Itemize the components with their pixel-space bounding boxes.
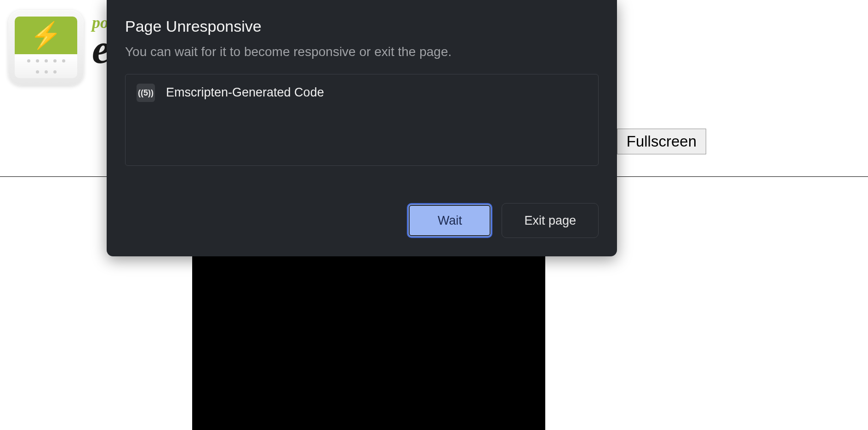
- dialog-title: Page Unresponsive: [125, 17, 599, 35]
- exit-page-button[interactable]: Exit page: [502, 203, 599, 238]
- process-name: Emscripten-Generated Code: [166, 85, 324, 100]
- dialog-subtitle: You can wait for it to become responsive…: [125, 45, 599, 59]
- logo-bottom-panel: [15, 54, 77, 78]
- process-favicon-icon: ((5)): [137, 84, 155, 102]
- fullscreen-button[interactable]: Fullscreen: [617, 129, 706, 154]
- process-list: ((5)) Emscripten-Generated Code: [125, 74, 599, 166]
- signal-icon: ((5)): [138, 88, 154, 98]
- emscripten-logo: ⚡: [8, 10, 84, 85]
- logo-top-panel: ⚡: [15, 17, 77, 54]
- lightning-bolt-icon: ⚡: [30, 23, 62, 48]
- wait-button[interactable]: Wait: [407, 203, 492, 238]
- dialog-button-row: Wait Exit page: [125, 185, 599, 238]
- page-unresponsive-dialog: Page Unresponsive You can wait for it to…: [107, 0, 617, 256]
